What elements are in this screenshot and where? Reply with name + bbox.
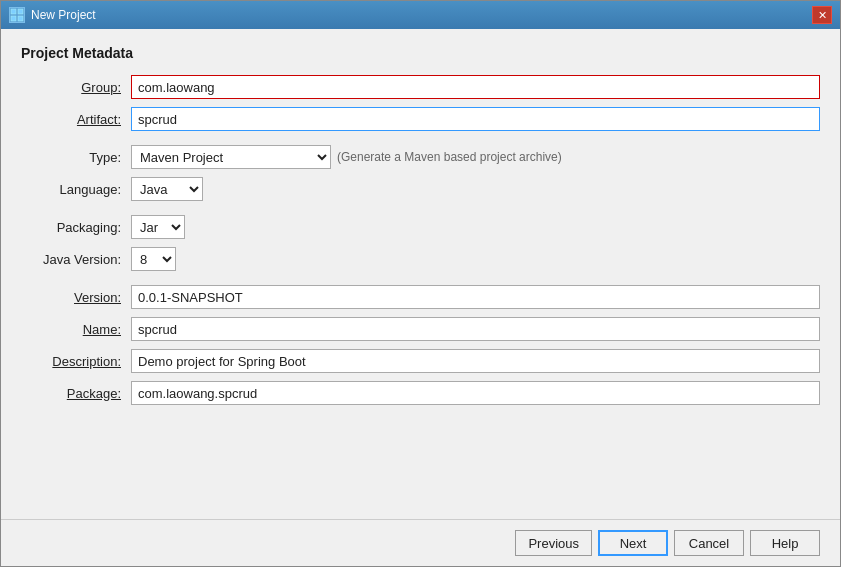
dialog-footer: Previous Next Cancel Help: [1, 519, 840, 566]
type-hint: (Generate a Maven based project archive): [337, 150, 562, 164]
artifact-input[interactable]: [131, 107, 820, 131]
package-row: Package:: [21, 381, 820, 405]
type-select[interactable]: Maven Project Gradle Project: [131, 145, 331, 169]
artifact-label: Artifact:: [21, 112, 131, 127]
description-row: Description:: [21, 349, 820, 373]
artifact-row: Artifact:: [21, 107, 820, 131]
window-title: New Project: [31, 8, 96, 22]
svg-rect-2: [11, 16, 16, 21]
svg-rect-3: [18, 16, 23, 21]
version-row: Version:: [21, 285, 820, 309]
svg-rect-1: [18, 9, 23, 14]
name-row: Name:: [21, 317, 820, 341]
package-input[interactable]: [131, 381, 820, 405]
help-button[interactable]: Help: [750, 530, 820, 556]
group-input[interactable]: [131, 75, 820, 99]
app-icon: [9, 7, 25, 23]
language-select[interactable]: Java Kotlin Groovy: [131, 177, 203, 201]
name-label: Name:: [21, 322, 131, 337]
version-input[interactable]: [131, 285, 820, 309]
close-button[interactable]: ✕: [812, 6, 832, 24]
version-label: Version:: [21, 290, 131, 305]
name-input[interactable]: [131, 317, 820, 341]
java-version-row: Java Version: 8 11 17: [21, 247, 820, 271]
form-area: Group: Artifact: Type: Maven Project Gra…: [21, 75, 820, 503]
title-bar-left: New Project: [9, 7, 96, 23]
type-select-container: Maven Project Gradle Project (Generate a…: [131, 145, 562, 169]
type-label: Type:: [21, 150, 131, 165]
package-label: Package:: [21, 386, 131, 401]
previous-button[interactable]: Previous: [515, 530, 592, 556]
group-label: Group:: [21, 80, 131, 95]
java-version-label: Java Version:: [21, 252, 131, 267]
title-bar: New Project ✕: [1, 1, 840, 29]
group-row: Group:: [21, 75, 820, 99]
java-version-select[interactable]: 8 11 17: [131, 247, 176, 271]
dialog-content: Project Metadata Group: Artifact: Type: …: [1, 29, 840, 519]
language-row: Language: Java Kotlin Groovy: [21, 177, 820, 201]
type-row: Type: Maven Project Gradle Project (Gene…: [21, 145, 820, 169]
cancel-button[interactable]: Cancel: [674, 530, 744, 556]
svg-rect-0: [11, 9, 16, 14]
next-button[interactable]: Next: [598, 530, 668, 556]
dialog-window: New Project ✕ Project Metadata Group: Ar…: [0, 0, 841, 567]
packaging-row: Packaging: Jar War: [21, 215, 820, 239]
language-label: Language:: [21, 182, 131, 197]
description-label: Description:: [21, 354, 131, 369]
packaging-label: Packaging:: [21, 220, 131, 235]
packaging-select[interactable]: Jar War: [131, 215, 185, 239]
description-input[interactable]: [131, 349, 820, 373]
section-title: Project Metadata: [21, 45, 820, 61]
